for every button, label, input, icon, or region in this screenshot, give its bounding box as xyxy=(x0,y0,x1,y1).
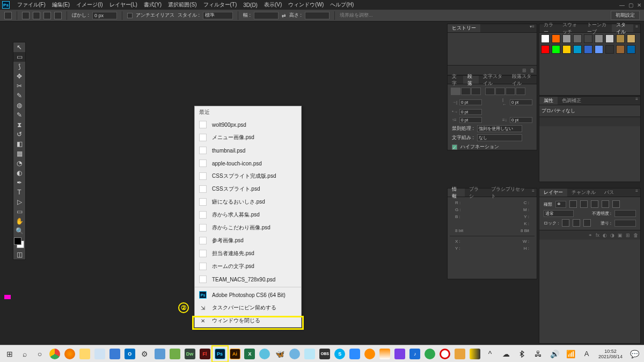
filter-smart-icon[interactable] xyxy=(612,200,620,208)
menu-view[interactable]: 表示(V) xyxy=(261,0,285,10)
style-swatch[interactable] xyxy=(541,45,550,54)
obs-icon[interactable]: OBS xyxy=(317,346,332,361)
search-icon[interactable]: ⌕ xyxy=(17,346,32,361)
quickmask-tool[interactable]: ◫ xyxy=(13,250,25,259)
firefox-icon[interactable] xyxy=(62,346,77,361)
app-icon-6[interactable] xyxy=(392,346,407,361)
layer-delete-icon[interactable]: 🗑 xyxy=(633,233,638,238)
indent-left-input[interactable] xyxy=(459,99,482,105)
tray-network-icon[interactable]: 🖧 xyxy=(531,346,546,361)
settings-icon[interactable]: ⚙ xyxy=(137,346,152,361)
zoom-tool[interactable]: 🔍 xyxy=(13,226,25,236)
style-swatch[interactable] xyxy=(595,34,603,43)
adjustments-tab[interactable]: 色調補正 xyxy=(558,97,586,105)
height-input[interactable] xyxy=(305,12,330,19)
history-brush-tool[interactable]: ↺ xyxy=(13,129,25,139)
kinsoku-select[interactable]: 強則を使用しない xyxy=(477,125,522,132)
menu-image[interactable]: イメージ(I) xyxy=(73,0,106,10)
jump-list-file-item[interactable]: CSSスプライト完成版.psd xyxy=(195,170,301,183)
foreground-color-swatch[interactable] xyxy=(14,237,21,245)
layers-tab[interactable]: レイヤー xyxy=(539,189,567,197)
lasso-tool[interactable]: ⟆ xyxy=(13,62,25,71)
menu-file[interactable]: ファイル(F) xyxy=(14,0,49,10)
jump-list-close-item[interactable]: ✕ ウィンドウを閉じる xyxy=(195,314,301,327)
eyedropper-tool[interactable]: ✎ xyxy=(13,91,25,100)
media-player-icon[interactable] xyxy=(362,346,377,361)
filter-adjust-icon[interactable] xyxy=(580,200,588,208)
filter-type-icon[interactable] xyxy=(591,200,598,208)
menu-filter[interactable]: フィルター(T) xyxy=(200,0,240,10)
lock-position-icon[interactable] xyxy=(573,219,580,227)
style-swatch[interactable] xyxy=(627,34,635,43)
style-swatch[interactable] xyxy=(562,34,571,43)
selection-intersect-icon[interactable] xyxy=(54,12,62,19)
jump-list-file-item[interactable]: 参考画像.psd xyxy=(195,234,301,247)
marquee-tool[interactable]: ▭ xyxy=(13,52,25,62)
record-icon[interactable] xyxy=(437,346,452,361)
hyphen-checkbox[interactable]: ✓ xyxy=(452,144,457,150)
app-icon-4[interactable] xyxy=(287,346,302,361)
opacity-select[interactable] xyxy=(614,210,636,217)
jump-list-file-item[interactable]: CSSスプライト.psd xyxy=(195,183,301,196)
blur-tool[interactable]: ◔ xyxy=(13,158,25,168)
jump-list-file-item[interactable]: 赤から求人募集.psd xyxy=(195,208,301,221)
style-select[interactable] xyxy=(203,12,233,19)
style-swatch[interactable] xyxy=(627,45,635,54)
history-delete-icon[interactable]: 🗑 xyxy=(530,68,535,73)
filter-shape-icon[interactable] xyxy=(602,200,609,208)
close-icon[interactable]: ✕ xyxy=(636,2,642,8)
illustrator-icon[interactable]: Ai xyxy=(228,346,243,361)
styles-tab[interactable]: スタイル xyxy=(612,24,634,32)
justify-all-button[interactable] xyxy=(516,88,525,95)
app-icon-1[interactable] xyxy=(152,346,167,361)
photos-icon[interactable] xyxy=(107,346,122,361)
cortana-icon[interactable]: ○ xyxy=(32,346,47,361)
history-new-icon[interactable]: ⊞ xyxy=(522,68,526,73)
lock-pixel-icon[interactable] xyxy=(562,219,569,227)
clock[interactable]: 10:52 2021/08/14 xyxy=(595,349,626,359)
panel-menu-icon[interactable]: ▾≡ xyxy=(528,24,537,32)
brush-tab[interactable]: ブラシ xyxy=(465,189,486,197)
style-swatch[interactable] xyxy=(605,45,614,54)
style-swatch[interactable] xyxy=(552,45,560,54)
layer-mask-icon[interactable]: ◐ xyxy=(603,233,607,238)
justify-right-button[interactable] xyxy=(506,88,515,95)
hand-tool[interactable]: ✋ xyxy=(13,216,25,226)
outlook-icon[interactable]: O xyxy=(122,346,137,361)
tray-chevron-icon[interactable]: ^ xyxy=(482,346,497,361)
jump-list-file-item[interactable]: ホームの文字.psd xyxy=(195,260,301,273)
layer-link-icon[interactable]: ⚭ xyxy=(588,233,592,238)
jump-list-file-item[interactable]: thumbnail.psd xyxy=(195,144,301,157)
shape-tool[interactable]: ▭ xyxy=(13,207,25,216)
filter-pixel-icon[interactable] xyxy=(569,200,577,208)
eraser-tool[interactable]: ◧ xyxy=(13,139,25,149)
selection-new-icon[interactable] xyxy=(22,12,30,19)
jump-list-file-item[interactable]: TEAM_NACS_728x90.psd xyxy=(195,273,301,286)
gradient-tool[interactable]: ▦ xyxy=(13,149,25,158)
align-right-button[interactable] xyxy=(471,88,481,95)
brush-preset-tab[interactable]: ブラシプリセット xyxy=(487,189,530,197)
move-tool[interactable]: ↖ xyxy=(13,42,25,52)
tray-bluetooth-icon[interactable] xyxy=(515,346,530,361)
tonecurve-tab[interactable]: トーンカーブ xyxy=(583,24,611,32)
type-tool[interactable]: T xyxy=(13,187,25,197)
space-after-input[interactable] xyxy=(510,117,532,123)
space-before-input[interactable] xyxy=(459,117,482,123)
dreamweaver-icon[interactable]: Dw xyxy=(182,346,197,361)
skype-icon[interactable]: S xyxy=(332,346,347,361)
style-swatch[interactable] xyxy=(616,45,625,54)
jump-list-app-item[interactable]: Ps Adobe Photoshop CS6 (64 Bit) xyxy=(195,288,301,301)
butterfly-icon[interactable]: 🦋 xyxy=(272,346,287,361)
menu-edit[interactable]: 編集(E) xyxy=(49,0,73,10)
pen-tool[interactable]: ✒ xyxy=(13,178,25,187)
justify-left-button[interactable] xyxy=(485,88,495,95)
blend-mode-select[interactable]: 通常 xyxy=(544,210,574,217)
music-icon[interactable]: ♪ xyxy=(407,346,422,361)
style-swatch[interactable] xyxy=(616,34,625,43)
app-icon-9[interactable] xyxy=(467,346,482,361)
dodge-tool[interactable]: ◐ xyxy=(13,168,25,178)
chrome-icon[interactable] xyxy=(47,346,62,361)
workspace-button[interactable]: 初期設定 xyxy=(611,11,640,20)
menu-window[interactable]: ウィンドウ(W) xyxy=(285,0,327,10)
app-icon-8[interactable] xyxy=(452,346,467,361)
